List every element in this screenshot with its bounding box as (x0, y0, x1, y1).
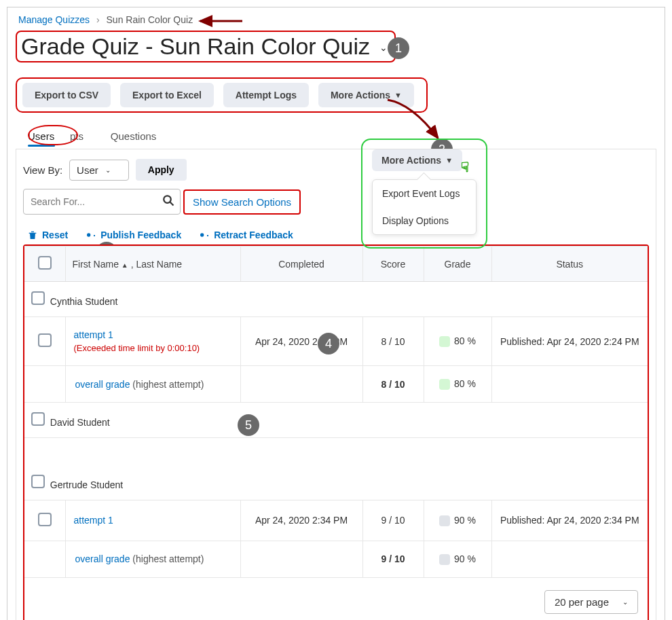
column-header-grade[interactable]: Grade (424, 247, 491, 282)
key-icon (86, 230, 96, 240)
sort-asc-icon: ▲ (122, 261, 128, 269)
view-by-label: View By: (23, 164, 62, 176)
publish-feedback-action[interactable]: Publish Feedback (86, 230, 181, 240)
page-title-dropdown[interactable]: Grade Quiz - Sun Rain Color Quiz ⌄ (16, 31, 396, 62)
overall-note: (highest attempt) (132, 553, 204, 564)
export-excel-button[interactable]: Export to Excel (120, 83, 214, 107)
chevron-down-icon: ⌄ (379, 42, 388, 53)
attempt-score: 8 / 10 (362, 317, 424, 366)
tabs: Users pts Questions 3 (16, 125, 656, 149)
search-icon[interactable] (162, 194, 174, 210)
trash-icon (27, 230, 38, 240)
more-actions-menu: Export Event Logs Display Options (372, 179, 477, 235)
column-header-score[interactable]: Score (362, 247, 424, 282)
callout-marker: 4 (318, 333, 339, 354)
view-by-select[interactable]: User ⌄ (69, 160, 129, 181)
reset-action[interactable]: Reset (27, 230, 68, 240)
tab-attempts[interactable]: pts (70, 125, 96, 149)
select-all-checkbox[interactable] (38, 256, 52, 270)
attempt-link[interactable]: attempt 1 (74, 329, 113, 340)
attempt-completed: Apr 24, 2020 2:34 PM (240, 500, 362, 541)
tab-questions[interactable]: Questions (98, 125, 169, 149)
chevron-down-icon: ⌄ (622, 598, 628, 606)
attempt-status: Published: Apr 24, 2020 2:24 PM (491, 317, 648, 366)
attempt-logs-button[interactable]: Attempt Logs (223, 83, 309, 107)
export-csv-button[interactable]: Export to CSV (22, 83, 111, 107)
toolbar: Export to CSV Export to Excel Attempt Lo… (16, 77, 428, 113)
chevron-down-icon: ▼ (394, 91, 402, 99)
svg-point-1 (164, 196, 171, 203)
attempt-checkbox[interactable] (38, 333, 52, 347)
breadcrumb-root-link[interactable]: Manage Quizzes (18, 14, 90, 25)
callout-marker: 5 (238, 414, 259, 436)
overall-grade: 90 % (424, 541, 491, 577)
overall-score: 8 / 10 (362, 366, 424, 403)
more-actions-popup-button[interactable]: More Actions ▼ ☟ (372, 149, 462, 171)
key-icon (199, 230, 210, 240)
svg-point-4 (200, 233, 204, 236)
search-input[interactable] (29, 196, 151, 208)
annotation-arrow-icon (198, 14, 245, 28)
breadcrumb-current: Sun Rain Color Quiz (107, 14, 193, 25)
show-search-options-link[interactable]: Show Search Options (183, 189, 301, 215)
svg-line-2 (170, 202, 173, 205)
attempt-link[interactable]: attempt 1 (74, 515, 113, 526)
tab-users[interactable]: Users (16, 125, 67, 145)
attempt-status: Published: Apr 24, 2020 2:34 PM (491, 500, 648, 541)
student-name: Gertrude Student (50, 479, 123, 490)
attempt-completed: Apr 24, 2020 2:24 PM (240, 317, 362, 366)
student-name: Cynthia Student (50, 296, 118, 307)
overall-grade: 80 % (424, 366, 491, 403)
overall-grade-link[interactable]: overall grade (75, 379, 130, 390)
overall-grade-link[interactable]: overall grade (75, 553, 130, 564)
student-checkbox[interactable] (31, 475, 45, 488)
chevron-right-icon: › (92, 14, 104, 25)
svg-point-3 (87, 233, 90, 236)
attempt-checkbox[interactable] (38, 513, 52, 526)
cursor-icon: ☟ (461, 159, 469, 175)
student-checkbox[interactable] (31, 412, 45, 426)
callout-marker: 1 (388, 37, 409, 59)
page-title: Grade Quiz - Sun Rain Color Quiz (21, 33, 370, 59)
attempt-warning: (Exceeded time limit by 0:00:10) (74, 343, 232, 353)
column-header-completed[interactable]: Completed (240, 247, 362, 282)
more-actions-popup-annotation: More Actions ▼ ☟ Export Event Logs Displ… (361, 139, 487, 249)
menu-item-export-event-logs[interactable]: Export Event Logs (373, 180, 476, 207)
overall-score: 9 / 10 (362, 541, 424, 577)
chevron-down-icon: ⌄ (105, 166, 111, 174)
chevron-down-icon: ▼ (445, 156, 453, 164)
menu-item-display-options[interactable]: Display Options (373, 207, 476, 234)
more-actions-button[interactable]: More Actions ▼ (318, 83, 414, 107)
breadcrumb: Manage Quizzes › Sun Rain Color Quiz (16, 13, 656, 31)
attempt-score: 9 / 10 (362, 500, 424, 541)
search-box (23, 189, 181, 215)
retract-feedback-action[interactable]: Retract Feedback (199, 230, 293, 240)
attempt-grade: 80 % (424, 317, 491, 366)
page-size-select[interactable]: 20 per page ⌄ (544, 590, 638, 614)
column-header-name[interactable]: First Name ▲ , Last Name 5 (65, 247, 240, 282)
student-name: David Student (50, 417, 110, 428)
overall-note: (highest attempt) (132, 379, 204, 390)
attempts-table: First Name ▲ , Last Name 5 Completed Sco… (23, 244, 649, 620)
column-header-status[interactable]: Status (491, 247, 648, 282)
student-checkbox[interactable] (31, 291, 45, 305)
attempt-grade: 90 % (424, 500, 491, 541)
apply-button[interactable]: Apply (136, 159, 187, 181)
